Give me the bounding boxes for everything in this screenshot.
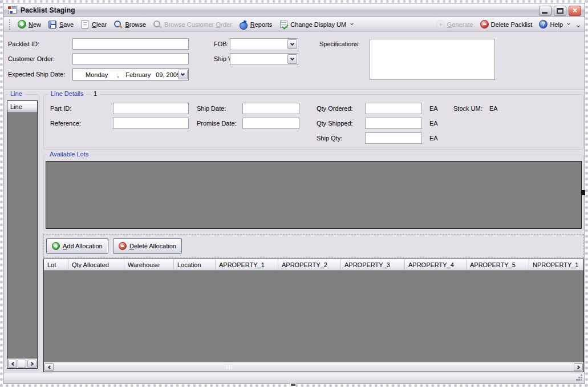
line-list-hscrollbar[interactable] [7, 358, 37, 368]
fob-dropdown-button[interactable] [287, 39, 297, 49]
maximize-button[interactable] [554, 6, 566, 16]
toolbar-item-label: Change Display UM [290, 21, 346, 28]
line-list[interactable]: Line [7, 100, 38, 369]
column-header-qty-allocated[interactable]: Qty Allocated [68, 259, 124, 271]
ship-via-select[interactable] [230, 53, 298, 65]
chevron-right-icon [29, 361, 33, 365]
part-id-label: Part ID: [50, 105, 71, 112]
part-id-input[interactable] [113, 103, 189, 114]
ship-qty-input[interactable] [365, 132, 422, 144]
column-header-location[interactable]: Location [174, 259, 216, 271]
resize-grip-icon[interactable] [576, 374, 583, 381]
add-allocation-button[interactable]: Add Allocation [46, 238, 108, 254]
toolbar-overflow-chevron-icon[interactable] [575, 20, 581, 29]
toolbar-item-browse[interactable]: Browse [110, 18, 149, 31]
app-window-icon [8, 6, 17, 14]
specifications-input[interactable] [370, 39, 495, 80]
packlist-id-input[interactable] [72, 38, 189, 50]
scroll-right-button[interactable] [27, 360, 37, 368]
allocation-grid[interactable]: LotQty AllocatedWarehouseLocationAPROPER… [43, 259, 584, 372]
qty-ordered-um: EA [429, 105, 438, 112]
bottom-resize-handle[interactable] [290, 383, 296, 386]
available-lots-group-label: Available Lots [47, 151, 91, 158]
column-header-aproperty-5[interactable]: APROPERTY_5 [467, 259, 529, 271]
chevron-down-icon [290, 41, 294, 45]
chevron-down-icon [181, 71, 185, 75]
ship-qty-um: EA [429, 135, 438, 142]
save-icon [48, 21, 56, 29]
right-edge-splitter-handle[interactable] [581, 190, 585, 195]
scroll-right-button[interactable] [574, 363, 583, 371]
expected-ship-date-label: Expected Ship Date: [8, 71, 65, 78]
search-icon [113, 20, 123, 29]
toolbar-item-label: Reports [250, 21, 273, 28]
window-title: Packlist Staging [21, 6, 75, 14]
column-header-aproperty-1[interactable]: APROPERTY_1 [216, 259, 278, 271]
generate-icon [436, 20, 445, 29]
reference-input[interactable] [113, 118, 189, 129]
add-allocation-label: Add Allocation [63, 243, 103, 249]
toolbar-item-change-display-um[interactable]: Change Display UM [275, 18, 356, 31]
ship-date-input[interactable] [242, 103, 299, 114]
ship-date-label: Ship Date: [197, 105, 226, 112]
column-header-aproperty-2[interactable]: APROPERTY_2 [278, 259, 341, 271]
add-circle-icon [52, 242, 60, 250]
chevron-down-icon [290, 56, 294, 60]
chevron-left-icon [11, 361, 15, 365]
expected-ship-date-picker[interactable]: Monday , February 09, 2009 [72, 68, 189, 80]
title-bar[interactable]: Packlist Staging × [3, 3, 585, 17]
promise-date-input[interactable] [242, 118, 299, 129]
close-button[interactable]: × [569, 6, 581, 16]
customer-order-label: Customer Order: [8, 55, 55, 62]
allocation-grid-hscrollbar[interactable] [44, 362, 583, 372]
toolbar-item-delete-packlist[interactable]: Delete Packlist [477, 18, 536, 31]
delete-allocation-button[interactable]: Delete Allocation [113, 238, 182, 254]
chevron-down-icon [567, 22, 570, 25]
ship-via-dropdown-button[interactable] [287, 54, 297, 64]
toolbar-item-label: New [29, 21, 41, 28]
line-details-line-number: 1 [91, 90, 100, 97]
chevron-down-icon [350, 22, 354, 25]
available-lots-list[interactable] [46, 161, 582, 229]
toolbar-item-save[interactable]: Save [44, 18, 77, 31]
delete-allocation-label: Delete Allocation [129, 243, 176, 249]
allocation-toolstrip: Add Allocation Delete Allocation [43, 234, 584, 258]
qty-ordered-input[interactable] [365, 103, 422, 114]
scrollbar-thumb[interactable] [18, 360, 26, 368]
toolbar-grip-icon[interactable] [9, 19, 11, 30]
column-header-aproperty-3[interactable]: APROPERTY_3 [341, 259, 405, 271]
stock-um-label: Stock UM: [453, 105, 482, 112]
column-header-lot[interactable]: Lot [44, 259, 68, 271]
chevron-left-icon [47, 365, 51, 369]
minimize-button[interactable] [539, 6, 551, 16]
toolbar-item-new[interactable]: New [14, 18, 44, 31]
minus-circle-icon [480, 20, 489, 29]
toolbar-item-clear[interactable]: Clear [77, 18, 110, 31]
scrollbar-grip-icon[interactable] [226, 365, 232, 369]
customer-order-input[interactable] [72, 53, 189, 64]
packlist-staging-window: Packlist Staging × NewSaveClearBrowseBro… [0, 0, 588, 387]
toolbar-item-label: Browse [125, 21, 146, 28]
date-dropdown-button[interactable] [178, 70, 188, 79]
toolbar-item-reports[interactable]: Reports [236, 18, 276, 31]
column-header-nproperty-1[interactable]: NPROPERTY_1 [529, 259, 583, 271]
toolbar-item-label: Generate [447, 21, 473, 28]
allocation-grid-header[interactable]: LotQty AllocatedWarehouseLocationAPROPER… [44, 259, 583, 271]
stock-um-value: EA [489, 105, 498, 112]
column-header-warehouse[interactable]: Warehouse [124, 259, 174, 271]
qty-shipped-input[interactable] [365, 118, 422, 129]
packlist-id-label: Packlist ID: [8, 41, 39, 47]
qty-shipped-label: Qty Shipped: [317, 120, 353, 127]
status-bar [3, 373, 585, 383]
specifications-label: Specifications: [319, 41, 360, 47]
panel-separator [3, 89, 585, 90]
qty-ordered-label: Qty Ordered: [317, 105, 353, 112]
scroll-left-button[interactable] [8, 360, 17, 368]
toolbar-item-label: Browse Customer Order [164, 21, 232, 28]
column-header-aproperty-4[interactable]: APROPERTY_4 [405, 259, 467, 271]
fob-select[interactable] [230, 38, 298, 50]
line-list-header[interactable]: Line [7, 101, 37, 112]
scroll-left-button[interactable] [44, 363, 54, 371]
reports-icon [239, 20, 248, 29]
toolbar-item-help[interactable]: ?Help [536, 18, 573, 31]
